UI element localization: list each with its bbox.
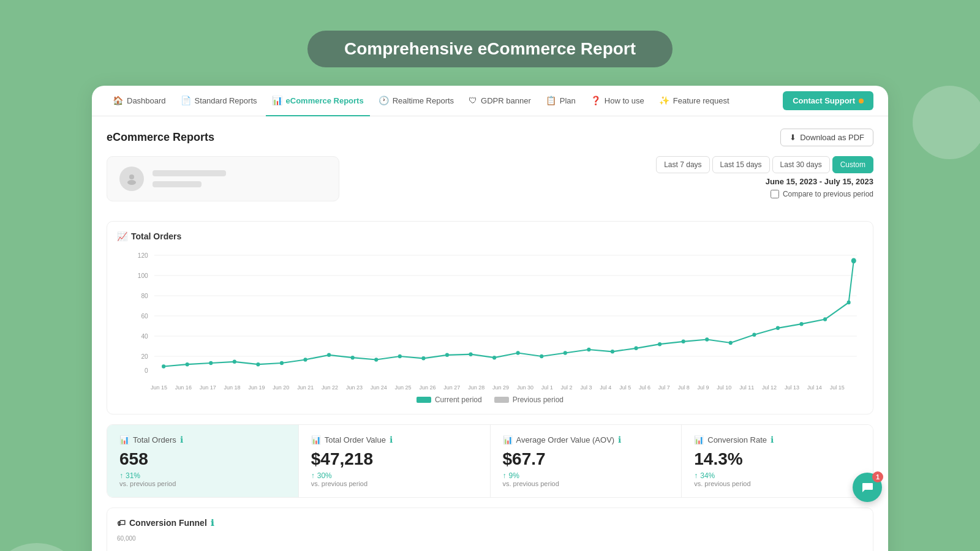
x-label: Jun 30 [517, 384, 533, 391]
svg-text:120: 120 [138, 252, 148, 259]
svg-point-29 [492, 356, 496, 360]
funnel-y-axis: 60,000 [117, 535, 141, 551]
date-btn-last-15-days[interactable]: Last 15 days [712, 156, 770, 173]
nav-item-realtime-reports[interactable]: 🕐 Realtime Reports [372, 86, 460, 116]
date-controls: Last 7 daysLast 15 daysLast 30 daysCusto… [656, 156, 873, 198]
x-label: Jul 3 [580, 384, 592, 391]
x-label: Jun 24 [371, 384, 387, 391]
funnel-title-label: Conversion Funnel [129, 518, 207, 528]
nav-icon-realtime-reports: 🕐 [379, 96, 389, 105]
svg-point-18 [233, 360, 236, 364]
download-pdf-button[interactable]: ⬇ Download as PDF [780, 129, 873, 146]
stat-change-value-aov: 9% [509, 471, 519, 480]
svg-point-27 [445, 353, 449, 358]
stat-sub-total-orders: vs. previous period [119, 480, 286, 487]
nav-label-dashboard: Dashboard [127, 96, 166, 105]
stat-card-total-orders[interactable]: 📊 Total Orders ℹ 658 ↑ 31% vs. previous … [107, 425, 299, 497]
x-label: Jul 13 [785, 384, 799, 391]
chart-title: 📈 Total Orders [117, 231, 863, 241]
nav-icon-ecommerce-reports: 📊 [272, 96, 282, 105]
stat-change-total-order-value: ↑ 30% [311, 471, 478, 480]
funnel-section: 🏷 Conversion Funnel ℹ 60,000 309 previou… [107, 508, 873, 551]
stat-icon-aov: 📊 [503, 435, 513, 444]
funnel-info-icon: ℹ [211, 518, 214, 528]
nav-item-dashboard[interactable]: 🏠 Dashboard [107, 86, 172, 116]
chat-badge: 1 [872, 471, 883, 482]
x-label: Jul 12 [762, 384, 777, 391]
stat-icon-total-orders: 📊 [119, 435, 129, 444]
svg-point-40 [752, 333, 756, 337]
profile-card [107, 156, 339, 201]
nav-label-standard-reports: Standard Reports [195, 96, 257, 105]
svg-point-25 [398, 354, 402, 359]
stat-label-aov: 📊 Average Order Value (AOV) ℹ [503, 435, 669, 444]
nav-item-ecommerce-reports[interactable]: 📊 eCommerce Reports [266, 86, 370, 116]
svg-point-15 [162, 364, 165, 369]
top-row: Last 7 daysLast 15 daysLast 30 daysCusto… [107, 156, 873, 211]
stat-label-text-total-order-value: Total Order Value [325, 435, 386, 444]
stat-arrow-aov: ↑ [503, 471, 507, 480]
chat-fab-button[interactable]: 1 [853, 473, 882, 502]
contact-support-button[interactable]: Contact Support [783, 91, 873, 110]
stat-card-aov[interactable]: 📊 Average Order Value (AOV) ℹ $67.7 ↑ 9%… [491, 425, 682, 497]
svg-point-30 [516, 351, 520, 355]
svg-point-20 [280, 361, 284, 365]
date-btn-last-30-days[interactable]: Last 30 days [772, 156, 830, 173]
profile-line-1 [153, 170, 226, 176]
compare-checkbox-input[interactable] [771, 190, 779, 198]
svg-point-36 [658, 342, 662, 347]
chart-legend: Current period Previous period [117, 395, 863, 404]
stat-sub-aov: vs. previous period [503, 480, 669, 487]
date-buttons: Last 7 daysLast 15 daysLast 30 daysCusto… [656, 156, 873, 173]
nav-item-feature-request[interactable]: ✨ Feature request [653, 86, 736, 116]
stat-info-icon-aov: ℹ [618, 435, 621, 444]
svg-point-24 [374, 358, 378, 362]
nav-bar: 🏠 Dashboard📄 Standard Reports📊 eCommerce… [92, 86, 888, 116]
x-label: Jun 19 [248, 384, 265, 391]
svg-point-37 [682, 340, 685, 344]
nav-label-feature-request: Feature request [673, 96, 729, 105]
x-label: Jun 23 [346, 384, 363, 391]
stat-value-total-order-value: $47,218 [311, 449, 478, 469]
svg-point-21 [304, 358, 307, 362]
compare-checkbox[interactable]: Compare to previous period [771, 190, 873, 198]
legend-previous-label: Previous period [513, 395, 564, 404]
nav-item-gdpr-banner[interactable]: 🛡 GDPR banner [462, 86, 537, 116]
stat-arrow-total-orders: ↑ [119, 471, 123, 480]
legend-previous-color [494, 397, 509, 403]
stat-value-aov: $67.7 [503, 449, 669, 469]
funnel-chart-area: 60,000 [117, 535, 863, 551]
legend-previous: Previous period [494, 395, 564, 404]
stat-change-aov: ↑ 9% [503, 471, 669, 480]
nav-item-plan[interactable]: 📋 Plan [540, 86, 582, 116]
x-label: Jul 2 [561, 384, 573, 391]
nav-item-how-to-use[interactable]: ❓ How to use [584, 86, 650, 116]
date-btn-custom[interactable]: Custom [832, 156, 873, 173]
legend-current-color [417, 397, 431, 403]
nav-items: 🏠 Dashboard📄 Standard Reports📊 eCommerce… [107, 86, 783, 116]
x-label: Jul 6 [639, 384, 650, 391]
nav-icon-how-to-use: ❓ [590, 96, 601, 105]
svg-point-32 [564, 351, 567, 355]
funnel-title: 🏷 Conversion Funnel ℹ [117, 518, 863, 528]
stat-card-conversion-rate[interactable]: 📊 Conversion Rate ℹ 14.3% ↑ 34% vs. prev… [682, 425, 873, 497]
nav-item-standard-reports[interactable]: 📄 Standard Reports [175, 86, 263, 116]
date-btn-last-7-days[interactable]: Last 7 days [656, 156, 709, 173]
stat-label-total-orders: 📊 Total Orders ℹ [119, 435, 286, 444]
x-label: Jul 15 [830, 384, 845, 391]
date-range: June 15, 2023 - July 15, 2023 [766, 177, 873, 186]
x-label: Jun 16 [175, 384, 192, 391]
svg-point-33 [587, 348, 590, 352]
funnel-y-label: 60,000 [117, 535, 136, 542]
x-label: Jun 21 [297, 384, 314, 391]
compare-label: Compare to previous period [783, 190, 873, 198]
stat-card-total-order-value[interactable]: 📊 Total Order Value ℹ $47,218 ↑ 30% vs. … [299, 425, 491, 497]
svg-point-17 [209, 361, 213, 365]
svg-point-1 [127, 180, 136, 185]
chart-icon: 📈 [117, 231, 127, 241]
stats-row: 📊 Total Orders ℹ 658 ↑ 31% vs. previous … [107, 424, 873, 498]
stat-icon-total-order-value: 📊 [311, 435, 321, 444]
x-label: Jul 7 [658, 384, 670, 391]
stat-label-text-conversion-rate: Conversion Rate [707, 435, 767, 444]
svg-text:100: 100 [138, 272, 148, 279]
